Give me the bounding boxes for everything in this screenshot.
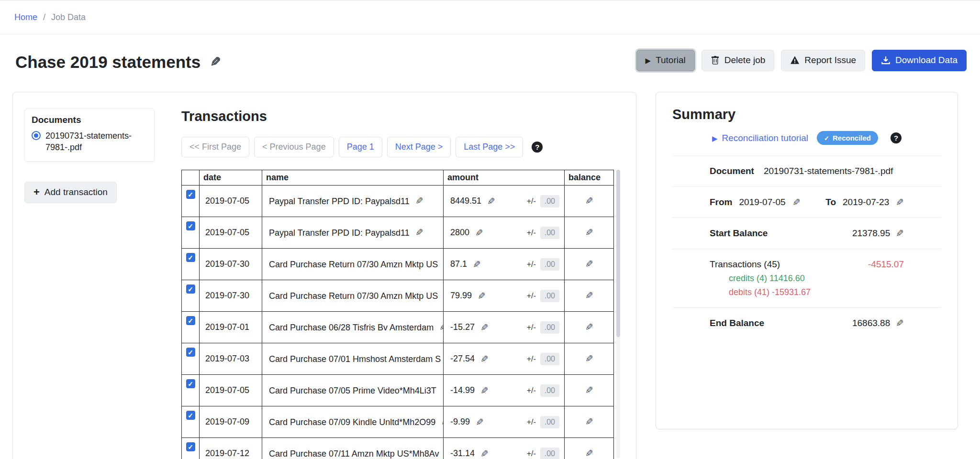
checkbox-column-header [182, 170, 200, 186]
page-content: Documents 20190731-statements-7981-.pdf … [0, 92, 980, 459]
delete-job-label: Delete job [724, 55, 766, 66]
to-date-value: 2019-07-23 [843, 197, 889, 208]
edit-amount-icon[interactable] [475, 228, 483, 238]
document-item[interactable]: 20190731-statements-7981-.pdf [32, 130, 147, 153]
row-checkbox[interactable] [186, 253, 195, 262]
edit-balance-icon[interactable] [585, 417, 593, 426]
breadcrumb-home-link[interactable]: Home [14, 12, 37, 22]
scrollbar-thumb[interactable] [616, 170, 620, 337]
adjust-button[interactable]: +/- [527, 292, 536, 300]
table-row: 2019-07-05 Paypal Transfer PPD ID: Paypa… [182, 217, 614, 249]
job-data-card: Documents 20190731-statements-7981-.pdf … [12, 92, 636, 459]
adjust-button[interactable]: +/- [527, 355, 536, 363]
table-row: 2019-07-05 Paypal Transfer PPD ID: Paypa… [182, 186, 614, 217]
row-checkbox[interactable] [186, 379, 195, 388]
edit-balance-icon[interactable] [585, 291, 593, 300]
edit-balance-icon[interactable] [585, 259, 593, 269]
row-date: 2019-07-12 [200, 438, 262, 459]
row-name: Card Purchase 07/05 Prime Video*Mh4Li3T [269, 386, 436, 395]
adjust-button[interactable]: +/- [527, 449, 536, 458]
reconciliation-help-icon[interactable] [891, 132, 902, 143]
transactions-help-icon[interactable] [532, 142, 543, 153]
first-page-button[interactable]: << First Page [181, 137, 249, 157]
row-checkbox[interactable] [186, 284, 195, 294]
edit-name-icon[interactable] [415, 228, 423, 237]
edit-balance-icon[interactable] [585, 228, 593, 237]
previous-page-button[interactable]: < Previous Page [254, 137, 334, 157]
from-label: From [710, 197, 733, 208]
last-page-button[interactable]: Last Page >> [456, 137, 523, 157]
row-checkbox[interactable] [186, 190, 195, 199]
breadcrumb-current: Job Data [51, 12, 86, 22]
top-navigation-bar: Home / Job Data [0, 0, 980, 34]
adjust-button[interactable]: +/- [527, 418, 536, 426]
table-row: 2019-07-03 Card Purchase 07/01 Hmshost A… [182, 343, 614, 375]
edit-balance-icon[interactable] [585, 448, 593, 458]
edit-from-date-icon[interactable] [792, 197, 801, 207]
edit-amount-icon[interactable] [473, 260, 481, 269]
adjust-button[interactable]: +/- [527, 323, 536, 332]
row-checkbox[interactable] [186, 221, 195, 230]
edit-amount-icon[interactable] [480, 449, 489, 459]
edit-end-balance-icon[interactable] [896, 318, 904, 328]
summary-end-balance-section: End Balance 16863.88 [672, 307, 941, 339]
transactions-table: date name amount balance 2019-07-05 Payp… [181, 170, 614, 459]
row-amount: 8449.51 [450, 196, 481, 206]
edit-title-icon[interactable] [210, 56, 221, 69]
from-date-value: 2019-07-05 [739, 197, 786, 208]
summary-daterange-section: From 2019-07-05 To 2019-07-23 [672, 186, 941, 218]
add-transaction-button[interactable]: Add transaction [24, 182, 117, 204]
reconciled-badge-label: Reconciled [833, 134, 871, 142]
edit-amount-icon[interactable] [480, 386, 489, 395]
row-amount: 2800 [450, 228, 469, 238]
row-checkbox[interactable] [186, 316, 195, 325]
adjust-value: .00 [540, 195, 559, 208]
row-name: Card Purchase 07/11 Amzn Mktp US*Mh8Av [269, 449, 439, 459]
summary-transactions-section: Transactions (45) -4515.07 credits (4) 1… [672, 249, 941, 307]
edit-balance-icon[interactable] [585, 322, 593, 332]
document-radio-selected[interactable] [32, 131, 41, 140]
reconciliation-tutorial-link[interactable]: Reconciliation tutorial [712, 133, 808, 143]
row-date: 2019-07-30 [200, 249, 262, 280]
edit-amount-icon[interactable] [480, 323, 489, 332]
row-checkbox[interactable] [186, 411, 195, 420]
edit-name-icon[interactable] [415, 196, 423, 206]
report-issue-button[interactable]: Report Issue [781, 50, 865, 71]
table-row: 2019-07-30 Card Purchase Return 07/30 Am… [182, 249, 614, 280]
row-checkbox[interactable] [186, 442, 195, 451]
reconciliation-row: Reconciliation tutorial Reconciled [672, 131, 941, 145]
adjust-button[interactable]: +/- [527, 229, 536, 237]
delete-job-button[interactable]: Delete job [702, 50, 775, 71]
edit-to-date-icon[interactable] [896, 197, 904, 207]
table-row: 2019-07-12 Card Purchase 07/11 Amzn Mktp… [182, 438, 614, 459]
edit-amount-icon[interactable] [480, 354, 489, 364]
edit-name-icon[interactable] [439, 322, 443, 332]
edit-start-balance-icon[interactable] [896, 229, 904, 238]
trash-icon [711, 56, 720, 65]
table-header-row: date name amount balance [182, 170, 614, 186]
adjust-button[interactable]: +/- [527, 260, 536, 269]
to-label: To [825, 197, 836, 208]
edit-amount-icon[interactable] [487, 197, 495, 206]
adjust-value: .00 [540, 227, 559, 239]
table-scrollbar[interactable] [616, 170, 620, 459]
adjust-value: .00 [540, 448, 559, 459]
tutorial-button[interactable]: Tutorial [636, 50, 695, 71]
amount-column-header: amount [444, 170, 565, 186]
edit-balance-icon[interactable] [585, 385, 593, 395]
adjust-button[interactable]: +/- [527, 386, 536, 395]
edit-balance-icon[interactable] [585, 196, 593, 206]
download-data-button[interactable]: Download Data [872, 50, 967, 71]
edit-amount-icon[interactable] [478, 291, 486, 301]
row-name: Card Purchase Return 07/30 Amzn Mktp US [269, 291, 438, 301]
current-page-button[interactable]: Page 1 [339, 137, 382, 157]
adjust-button[interactable]: +/- [527, 197, 536, 206]
edit-name-icon[interactable] [441, 417, 443, 426]
edit-amount-icon[interactable] [476, 417, 484, 427]
row-checkbox[interactable] [186, 348, 195, 357]
breadcrumb-separator: / [43, 12, 45, 22]
transactions-title: Transactions [181, 109, 624, 124]
table-row: 2019-07-01 Card Purchase 06/28 Tisfris B… [182, 312, 614, 343]
edit-balance-icon[interactable] [585, 354, 593, 363]
next-page-button[interactable]: Next Page > [387, 137, 451, 157]
